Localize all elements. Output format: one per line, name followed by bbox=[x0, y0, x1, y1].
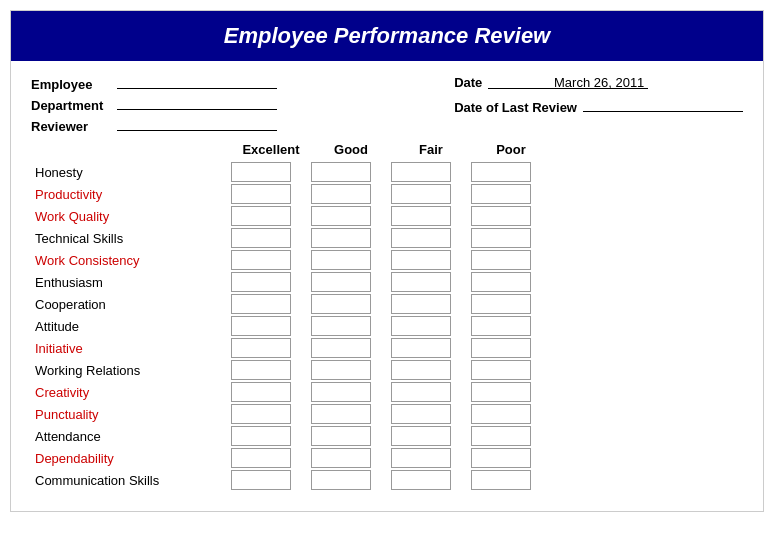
department-row: Department bbox=[31, 96, 277, 113]
checkbox-poor[interactable] bbox=[471, 382, 531, 402]
criteria-row: Dependability bbox=[31, 447, 743, 469]
criteria-cells bbox=[231, 250, 551, 270]
criteria-label: Work Quality bbox=[31, 209, 231, 224]
criteria-row: Productivity bbox=[31, 183, 743, 205]
criteria-label: Attitude bbox=[31, 319, 231, 334]
criteria-label: Cooperation bbox=[31, 297, 231, 312]
checkbox-good[interactable] bbox=[311, 360, 371, 380]
checkbox-poor[interactable] bbox=[471, 448, 531, 468]
checkbox-excellent[interactable] bbox=[231, 316, 291, 336]
checkbox-good[interactable] bbox=[311, 184, 371, 204]
last-review-field[interactable] bbox=[583, 98, 743, 112]
reviewer-field[interactable] bbox=[117, 117, 277, 131]
checkbox-good[interactable] bbox=[311, 338, 371, 358]
checkbox-good[interactable] bbox=[311, 206, 371, 226]
checkbox-good[interactable] bbox=[311, 316, 371, 336]
info-left: Employee Department Reviewer bbox=[31, 75, 277, 134]
checkbox-fair[interactable] bbox=[391, 426, 451, 446]
criteria-row: Communication Skills bbox=[31, 469, 743, 491]
checkbox-poor[interactable] bbox=[471, 250, 531, 270]
criteria-label: Attendance bbox=[31, 429, 231, 444]
header-excellent: Excellent bbox=[231, 142, 311, 157]
checkbox-excellent[interactable] bbox=[231, 470, 291, 490]
department-label: Department bbox=[31, 98, 111, 113]
criteria-label: Technical Skills bbox=[31, 231, 231, 246]
checkbox-good[interactable] bbox=[311, 162, 371, 182]
checkbox-good[interactable] bbox=[311, 404, 371, 424]
checkbox-fair[interactable] bbox=[391, 228, 451, 248]
date-value[interactable]: March 26, 2011 bbox=[488, 75, 648, 89]
checkbox-excellent[interactable] bbox=[231, 448, 291, 468]
checkbox-fair[interactable] bbox=[391, 294, 451, 314]
criteria-label: Working Relations bbox=[31, 363, 231, 378]
header-good: Good bbox=[311, 142, 391, 157]
checkbox-fair[interactable] bbox=[391, 404, 451, 424]
checkbox-poor[interactable] bbox=[471, 360, 531, 380]
checkbox-fair[interactable] bbox=[391, 272, 451, 292]
criteria-row: Attitude bbox=[31, 315, 743, 337]
header-fair: Fair bbox=[391, 142, 471, 157]
criteria-row: Creativity bbox=[31, 381, 743, 403]
checkbox-good[interactable] bbox=[311, 426, 371, 446]
checkbox-excellent[interactable] bbox=[231, 162, 291, 182]
checkbox-fair[interactable] bbox=[391, 382, 451, 402]
checkbox-poor[interactable] bbox=[471, 470, 531, 490]
checkbox-excellent[interactable] bbox=[231, 360, 291, 380]
checkbox-poor[interactable] bbox=[471, 228, 531, 248]
checkbox-fair[interactable] bbox=[391, 184, 451, 204]
main-section: Excellent Good Fair Poor HonestyProducti… bbox=[11, 142, 763, 491]
criteria-cells bbox=[231, 272, 551, 292]
checkbox-excellent[interactable] bbox=[231, 404, 291, 424]
checkbox-poor[interactable] bbox=[471, 162, 531, 182]
checkbox-fair[interactable] bbox=[391, 360, 451, 380]
checkbox-poor[interactable] bbox=[471, 316, 531, 336]
checkbox-good[interactable] bbox=[311, 448, 371, 468]
checkbox-fair[interactable] bbox=[391, 470, 451, 490]
criteria-row: Enthusiasm bbox=[31, 271, 743, 293]
checkbox-poor[interactable] bbox=[471, 294, 531, 314]
criteria-row: Work Quality bbox=[31, 205, 743, 227]
criteria-row: Working Relations bbox=[31, 359, 743, 381]
checkbox-fair[interactable] bbox=[391, 448, 451, 468]
employee-field[interactable] bbox=[117, 75, 277, 89]
employee-label: Employee bbox=[31, 77, 111, 92]
checkbox-good[interactable] bbox=[311, 250, 371, 270]
checkbox-fair[interactable] bbox=[391, 250, 451, 270]
checkbox-poor[interactable] bbox=[471, 206, 531, 226]
checkbox-excellent[interactable] bbox=[231, 294, 291, 314]
checkbox-excellent[interactable] bbox=[231, 426, 291, 446]
criteria-cells bbox=[231, 382, 551, 402]
checkbox-fair[interactable] bbox=[391, 338, 451, 358]
checkbox-excellent[interactable] bbox=[231, 382, 291, 402]
checkbox-poor[interactable] bbox=[471, 426, 531, 446]
checkbox-good[interactable] bbox=[311, 272, 371, 292]
checkbox-poor[interactable] bbox=[471, 338, 531, 358]
criteria-label: Honesty bbox=[31, 165, 231, 180]
criteria-row: Attendance bbox=[31, 425, 743, 447]
checkbox-poor[interactable] bbox=[471, 272, 531, 292]
checkbox-excellent[interactable] bbox=[231, 206, 291, 226]
checkbox-good[interactable] bbox=[311, 228, 371, 248]
criteria-cells bbox=[231, 448, 551, 468]
checkbox-excellent[interactable] bbox=[231, 228, 291, 248]
department-field[interactable] bbox=[117, 96, 277, 110]
checkbox-excellent[interactable] bbox=[231, 184, 291, 204]
checkbox-poor[interactable] bbox=[471, 404, 531, 424]
checkbox-excellent[interactable] bbox=[231, 250, 291, 270]
criteria-cells bbox=[231, 206, 551, 226]
checkbox-fair[interactable] bbox=[391, 206, 451, 226]
page-title: Employee Performance Review bbox=[224, 23, 550, 48]
checkbox-poor[interactable] bbox=[471, 184, 531, 204]
checkbox-good[interactable] bbox=[311, 294, 371, 314]
last-review-row: Date of Last Review bbox=[454, 98, 743, 115]
criteria-label: Productivity bbox=[31, 187, 231, 202]
checkbox-fair[interactable] bbox=[391, 162, 451, 182]
checkbox-good[interactable] bbox=[311, 382, 371, 402]
checkbox-excellent[interactable] bbox=[231, 338, 291, 358]
criteria-label: Dependability bbox=[31, 451, 231, 466]
criteria-cells bbox=[231, 338, 551, 358]
criteria-label: Initiative bbox=[31, 341, 231, 356]
checkbox-excellent[interactable] bbox=[231, 272, 291, 292]
checkbox-good[interactable] bbox=[311, 470, 371, 490]
checkbox-fair[interactable] bbox=[391, 316, 451, 336]
